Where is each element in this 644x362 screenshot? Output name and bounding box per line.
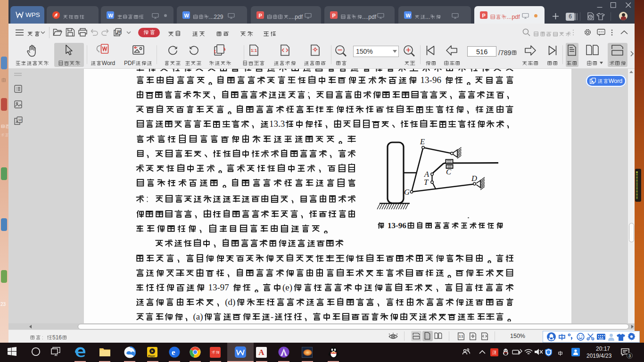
svg-text:C: C [446, 167, 452, 176]
svg-text:E: E [420, 137, 425, 146]
svg-text:W: W [18, 118, 22, 122]
svg-text:1:1: 1:1 [459, 335, 464, 338]
svg-text:e: e [172, 348, 175, 357]
svg-text:D: D [471, 174, 477, 183]
svg-text:1:1: 1:1 [251, 48, 257, 53]
svg-text:G: G [404, 188, 410, 197]
svg-text:T: T [424, 178, 429, 187]
